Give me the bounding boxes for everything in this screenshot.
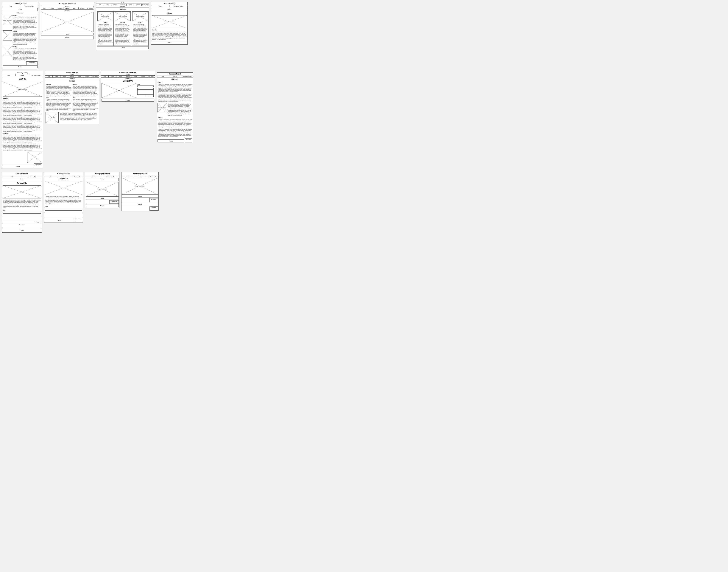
nav-social[interactable]: Social Media bbox=[91, 76, 99, 77]
nav-about[interactable]: About bbox=[71, 7, 79, 9]
class3-label: Class 3 bbox=[12, 46, 37, 47]
homepage-tablet-nav: Logo Header Navigation Toggle bbox=[122, 175, 158, 177]
about-tablet-social: Social Media bbox=[34, 163, 42, 168]
classes-tablet-title: Classes (Tablet) bbox=[157, 73, 193, 75]
classes-mobile-social: Social Media bbox=[26, 61, 37, 65]
class3-text: Lorem ipsum dolor sit amet, consectetuer… bbox=[12, 48, 37, 61]
contact-desktop-header: Header bbox=[101, 74, 155, 76]
nav-logo[interactable]: Logo bbox=[101, 76, 108, 77]
nav-header[interactable]: Header bbox=[134, 175, 146, 177]
nav-logo[interactable]: Logo bbox=[151, 5, 169, 7]
classes-mobile-header: Header bbox=[3, 8, 37, 11]
contact-mobile-send[interactable]: Send bbox=[35, 221, 41, 223]
contact-desktop-content: Map Form Send bbox=[101, 83, 154, 98]
nav-sublabel: Navigation bbox=[41, 9, 93, 11]
form-field-2[interactable] bbox=[137, 88, 154, 90]
ikenobo-text2: Lorem ipsum dolor sit amet, consectetuer… bbox=[2, 108, 43, 116]
about-desktop-image1: Image Placeholder bbox=[46, 112, 59, 123]
nav-logo[interactable]: Logo bbox=[45, 76, 53, 77]
nav-toggle[interactable]: Navigation Toggle bbox=[146, 175, 158, 177]
about-desktop-images: Image Placeholder Lorem ipsum dolor sit … bbox=[46, 112, 98, 123]
nav-logo[interactable]: Logo bbox=[2, 175, 22, 177]
nav-logo[interactable]: Logo bbox=[2, 74, 16, 76]
form-field-1[interactable] bbox=[3, 212, 41, 214]
nav-social[interactable]: Social Media bbox=[142, 4, 149, 6]
classes-nav-sublabel: Navigation bbox=[96, 6, 149, 7]
nav-classes[interactable]: Classes bbox=[111, 4, 119, 6]
nav-classes[interactable]: Classes bbox=[116, 76, 124, 77]
homepage-mobile-tagline: Tagline bbox=[86, 197, 119, 200]
contact-tablet-nav: Logo Header Navigation Toggle bbox=[44, 175, 83, 177]
form-field-3[interactable] bbox=[137, 90, 154, 95]
nav-logo[interactable]: Logo bbox=[2, 5, 20, 7]
homepage-tablet-footer: Footer bbox=[122, 203, 158, 206]
nav-home[interactable]: Home bbox=[53, 76, 60, 77]
nav-logo[interactable]: Logo bbox=[85, 175, 102, 177]
classes-mobile-title: Classes(Mobile) bbox=[2, 2, 38, 5]
nav-logo[interactable]: Logo bbox=[157, 75, 169, 77]
main-canvas: Classes(Mobile) Logo Navigation Toggle H… bbox=[0, 0, 230, 234]
nav-social[interactable]: Social Media bbox=[147, 76, 155, 77]
form-field-3[interactable] bbox=[45, 213, 82, 217]
nav-teachers[interactable]: Teachers bbox=[68, 76, 76, 77]
nav-about[interactable]: About bbox=[132, 76, 139, 77]
nav-social[interactable]: Social Media bbox=[86, 7, 93, 9]
nav-home[interactable]: Home bbox=[48, 7, 56, 9]
nav-toggle[interactable]: Navigation Toggle bbox=[181, 75, 193, 77]
class1-image: Image Placeholder bbox=[3, 15, 12, 25]
nav-toggle[interactable]: Navigation Toggle bbox=[102, 175, 119, 177]
about-desktop-title: About(Desktop) bbox=[45, 71, 99, 74]
contact-tablet-text: Lorem ipsum dolor sit amet, consectetuer… bbox=[45, 196, 82, 205]
about-tablet-image2 bbox=[27, 152, 42, 163]
nav-toggle[interactable]: Navigation Toggle bbox=[29, 74, 43, 76]
homepage-mobile-header: Header bbox=[86, 178, 119, 181]
mission-text: Lorem ipsum dolor sit amet, consectetuer… bbox=[2, 135, 43, 143]
nav-toggle[interactable]: Navigation Toggle bbox=[70, 175, 83, 177]
form-field-1[interactable] bbox=[137, 85, 154, 87]
nav-contact[interactable]: Contact bbox=[79, 7, 86, 9]
nav-logo[interactable]: Logo bbox=[96, 4, 104, 6]
nav-header[interactable]: Header bbox=[169, 75, 181, 77]
nav-toggle[interactable]: Navigation Toggle bbox=[22, 175, 42, 177]
nav-teachers[interactable]: Teachers bbox=[124, 76, 132, 77]
nav-classes[interactable]: Classes bbox=[56, 7, 64, 9]
nav-home[interactable]: Home bbox=[108, 76, 116, 77]
contact-desktop-footer: Footer bbox=[101, 98, 154, 101]
nav-contact[interactable]: Contact bbox=[139, 76, 147, 77]
nav-teachers[interactable]: Teachers bbox=[64, 7, 71, 9]
nav-toggle[interactable]: Navigation Toggle bbox=[169, 5, 187, 7]
nav-logo[interactable]: Logo bbox=[44, 175, 57, 177]
nav-toggle[interactable]: Navigation Toggle bbox=[20, 5, 38, 7]
class2-col: Image Placeholder Class 2 Lorem ipsum do… bbox=[114, 11, 131, 46]
class2-tablet-text: Lorem ipsum dolor sit amet, consectetuer… bbox=[158, 83, 192, 93]
form-field-3[interactable] bbox=[3, 216, 41, 221]
classes-tablet-footer: Footer bbox=[158, 139, 184, 142]
ikenobo-text3: Lorem ipsum dolor sit amet, consectetuer… bbox=[2, 116, 43, 124]
about-tablet-wireframe: About (Tablet) Logo Header Navigation To… bbox=[2, 71, 43, 169]
nav-logo[interactable]: Logo bbox=[41, 7, 48, 9]
nav-contact[interactable]: Contact bbox=[134, 4, 142, 6]
form-field-1[interactable] bbox=[45, 208, 82, 210]
nav-header[interactable]: Header bbox=[16, 74, 29, 76]
form-field-2[interactable] bbox=[3, 214, 41, 216]
class1-content: Class 1 Lorem ipsum dolor sit amet, cons… bbox=[12, 15, 37, 30]
form-field-2[interactable] bbox=[45, 210, 82, 212]
form-send[interactable]: Send bbox=[146, 95, 154, 97]
class3-col: Image Placeholder Class 3 Lorem ipsum do… bbox=[132, 11, 149, 46]
classes-section-title: Classes bbox=[2, 12, 38, 14]
class3-image bbox=[3, 46, 12, 56]
nav-classes[interactable]: Classes bbox=[61, 76, 68, 77]
contact-tablet-wireframe: Contact(Tablet) Logo Header Navigation T… bbox=[44, 172, 83, 223]
nav-teachers[interactable]: Teachers bbox=[119, 4, 127, 6]
contact-map: Map bbox=[101, 83, 136, 98]
nav-home[interactable]: Home bbox=[104, 4, 111, 6]
contact-tablet-map: Map bbox=[45, 181, 82, 195]
nav-logo[interactable]: Logo bbox=[122, 175, 134, 177]
contact-tablet-title: Contact(Tablet) bbox=[44, 172, 83, 175]
nav-about[interactable]: About bbox=[127, 4, 134, 6]
nav-about[interactable]: About bbox=[76, 76, 83, 77]
nav-header[interactable]: Header bbox=[57, 175, 70, 177]
homepage-tablet-social2: Social Media bbox=[150, 207, 158, 211]
nav-contact[interactable]: Contact bbox=[83, 76, 91, 77]
about-mobile-image: Image Placeholder bbox=[152, 15, 187, 28]
